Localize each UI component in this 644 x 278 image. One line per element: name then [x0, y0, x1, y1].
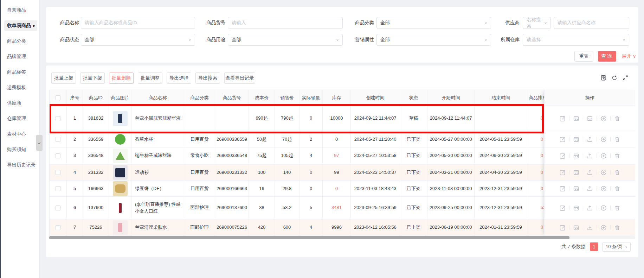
toolbar-button-6[interactable]: 导出搜索: [195, 72, 220, 84]
add-circle-icon[interactable]: [600, 204, 607, 211]
cell-stock: 99: [323, 164, 351, 181]
toolbar-button-5[interactable]: 导出选择: [167, 72, 191, 84]
icon-separator: [583, 137, 583, 141]
search-button[interactable]: 查询: [598, 51, 616, 62]
cell-checkbox: [49, 219, 67, 236]
publish-up-icon[interactable]: [586, 185, 593, 192]
row-checkbox[interactable]: [56, 225, 60, 230]
sidebar-item-10[interactable]: 购买须知: [4, 144, 37, 155]
edit-icon[interactable]: [559, 224, 566, 231]
sidebar-item-5[interactable]: 商品标签: [4, 67, 37, 77]
delete-icon[interactable]: [614, 169, 621, 176]
row-checkbox[interactable]: [56, 116, 60, 121]
selected-value: 全部: [232, 37, 241, 43]
icon-separator: [569, 186, 569, 191]
edit-icon[interactable]: [559, 169, 566, 176]
scrollbar-thumb[interactable]: [49, 236, 569, 239]
reset-button[interactable]: 重置: [574, 51, 593, 62]
doc-search-icon[interactable]: [600, 75, 607, 81]
sidebar-item-7[interactable]: 供应商: [4, 98, 37, 108]
supplier-mode-select[interactable]: 名称搜索∨: [523, 17, 551, 29]
sidebar-item-6[interactable]: 运费模板: [4, 82, 37, 93]
row-checkbox[interactable]: [56, 153, 60, 158]
sidebar-item-3[interactable]: 商品分类: [4, 36, 37, 46]
supplier-name-input[interactable]: 请输入供应商名称: [554, 17, 629, 29]
filter-select-所属仓库[interactable]: 请选择∨: [523, 34, 629, 46]
add-circle-icon[interactable]: [600, 169, 607, 176]
cell-product-image: [109, 197, 131, 219]
sidebar-item-2[interactable]: 收单易商品▶: [4, 20, 37, 31]
inbox-tray-icon[interactable]: [586, 115, 593, 122]
stock-card-icon[interactable]: [573, 204, 580, 211]
row-checkbox[interactable]: [56, 186, 60, 191]
publish-up-icon[interactable]: [586, 152, 593, 159]
refresh-icon[interactable]: [611, 75, 618, 81]
add-circle-icon[interactable]: [600, 224, 607, 231]
filter-input-商品货号[interactable]: 请输入: [228, 17, 343, 29]
publish-up-icon[interactable]: [586, 204, 593, 211]
filter-select-商品分类[interactable]: 全部∨: [376, 17, 491, 29]
edit-icon[interactable]: [559, 152, 566, 159]
row-checkbox[interactable]: [56, 137, 60, 142]
sidebar-item-1[interactable]: 自营商品: [4, 5, 37, 15]
unpublish-down-icon[interactable]: [586, 224, 593, 231]
publish-up-icon[interactable]: [586, 169, 593, 176]
operations-column: 操作: [544, 90, 635, 236]
sidebar-item-8[interactable]: 仓库管理: [4, 113, 37, 124]
pagination: 共 7 条数据 1 10 条/页 ∨: [561, 241, 631, 253]
icon-separator: [597, 137, 597, 141]
edit-icon[interactable]: [559, 115, 566, 122]
filter-input-商品名称[interactable]: 请输入商品名称或商品ID: [81, 17, 195, 29]
toolbar-button-2[interactable]: 批量下架: [80, 72, 105, 84]
add-circle-icon[interactable]: [600, 185, 607, 192]
sidebar-item-4[interactable]: 品牌管理: [4, 51, 37, 62]
edit-icon[interactable]: [559, 136, 566, 143]
fullscreen-icon[interactable]: [622, 75, 629, 81]
edit-icon[interactable]: [559, 185, 566, 192]
filter-select-商品状态[interactable]: 全部∨: [81, 34, 195, 46]
delete-icon[interactable]: [614, 185, 621, 192]
stock-card-icon[interactable]: [573, 169, 580, 176]
sidebar-collapse-handle[interactable]: «: [36, 135, 43, 151]
delete-icon[interactable]: [614, 204, 621, 211]
row-checkbox[interactable]: [56, 170, 60, 175]
select-all-checkbox[interactable]: [56, 95, 60, 100]
expand-link[interactable]: 展开 ∨: [622, 51, 636, 62]
add-circle-icon[interactable]: [600, 152, 607, 159]
filter-select-商品用途[interactable]: 全部∨: [228, 34, 343, 46]
delete-icon[interactable]: [614, 152, 621, 159]
cell-end-time: 2023-12-31 23:59:59: [475, 197, 527, 219]
filter-label: 商品状态: [54, 34, 79, 46]
toolbar-button-3[interactable]: 批量删除: [109, 72, 134, 84]
product-thumbnail: [113, 165, 128, 180]
page-size-select[interactable]: 10 条/页 ∨: [603, 242, 631, 252]
row-checkbox[interactable]: [56, 206, 60, 210]
stock-card-icon[interactable]: [573, 224, 580, 231]
cell-price: 105起: [275, 147, 300, 164]
publish-up-icon[interactable]: [586, 136, 593, 143]
toolbar-button-4[interactable]: 批量调整: [138, 72, 162, 84]
stock-card-icon[interactable]: [573, 185, 580, 192]
edit-icon[interactable]: [559, 204, 566, 211]
toolbar-button-1[interactable]: 批量上架: [51, 72, 76, 84]
stock-card-icon[interactable]: [573, 152, 580, 159]
delete-icon[interactable]: [614, 136, 621, 143]
icon-separator: [610, 186, 611, 191]
sidebar: 自营商品收单易商品▶商品分类品牌管理商品标签运费模板供应商仓库管理素材中心购买须…: [0, 0, 40, 278]
sidebar-item-9[interactable]: 素材中心: [4, 129, 37, 139]
chevron-down-icon: ∨: [623, 38, 625, 42]
delete-icon[interactable]: [614, 224, 621, 231]
header-cell: 库存: [323, 90, 351, 106]
add-circle-icon[interactable]: [600, 136, 607, 143]
page-1-button[interactable]: 1: [590, 242, 598, 251]
icon-separator: [569, 225, 569, 230]
stock-card-icon[interactable]: [573, 115, 580, 122]
filter-select-营销属性[interactable]: 全部∨: [376, 34, 491, 46]
cell-created: 2024-02-23 14:50:37: [351, 164, 400, 181]
add-circle-icon[interactable]: [600, 115, 607, 122]
stock-card-icon[interactable]: [573, 136, 580, 143]
toolbar-button-7[interactable]: 查看导出记录: [224, 72, 255, 84]
cell-product-id: 75226: [83, 219, 109, 236]
sidebar-item-11[interactable]: 导出历史记录: [4, 160, 37, 170]
delete-icon[interactable]: [614, 115, 621, 122]
